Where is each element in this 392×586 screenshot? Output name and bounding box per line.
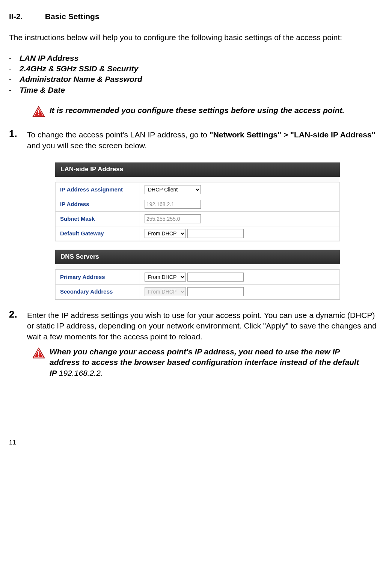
label-ip-address: IP Address xyxy=(56,197,140,212)
label-subnet-mask: Subnet Mask xyxy=(56,212,140,226)
section-heading: II-2. Basic Settings xyxy=(9,11,381,22)
dns-servers-panel: DNS Servers Primary Address From DHCP Se… xyxy=(55,250,340,300)
secondary-address-select[interactable]: From DHCP xyxy=(145,287,186,296)
alert-recommendation: It is recommended you configure these se… xyxy=(32,105,381,120)
svg-rect-6 xyxy=(38,351,39,355)
panel-header: DNS Servers xyxy=(55,250,340,264)
subnet-mask-input[interactable] xyxy=(145,214,201,223)
svg-rect-7 xyxy=(38,356,39,357)
alert-ip-change: When you change your access point's IP a… xyxy=(32,346,381,378)
label-ip-assignment: IP Address Assignment xyxy=(56,182,140,197)
warning-icon xyxy=(32,105,50,120)
bullet-list: -LAN IP Address -2.4GHz & 5GHz SSID & Se… xyxy=(9,53,381,95)
default-gateway-select[interactable]: From DHCP xyxy=(145,229,186,238)
lan-ip-panel: LAN-side IP Address IP Address Assignmen… xyxy=(55,162,340,241)
secondary-address-input[interactable] xyxy=(187,287,244,296)
bullet-item: Administrator Name & Password xyxy=(20,74,142,84)
label-default-gateway: Default Gateway xyxy=(56,226,140,241)
panel-header: LAN-side IP Address xyxy=(55,163,340,177)
ip-address-input[interactable] xyxy=(145,200,201,209)
label-primary-address: Primary Address xyxy=(56,270,140,284)
embedded-screenshot: LAN-side IP Address IP Address Assignmen… xyxy=(55,162,381,300)
intro-text: The instructions below will help you to … xyxy=(9,32,381,43)
default-gateway-input[interactable] xyxy=(187,229,244,238)
bullet-item: LAN IP Address xyxy=(20,53,78,63)
step-1: 1. To change the access point's LAN IP a… xyxy=(9,128,381,151)
bullet-item: Time & Date xyxy=(20,85,65,95)
section-number: II-2. xyxy=(9,11,43,22)
label-secondary-address: Secondary Address xyxy=(56,284,140,299)
step-number: 1. xyxy=(9,128,27,151)
step-2: 2. Enter the IP address settings you wis… xyxy=(9,309,381,342)
step-body: To change the access point's LAN IP addr… xyxy=(27,128,381,151)
ip-assignment-select[interactable]: DHCP Client xyxy=(145,185,201,194)
step-body: Enter the IP address settings you wish t… xyxy=(27,309,381,342)
section-title: Basic Settings xyxy=(45,12,100,21)
bullet-item: 2.4GHz & 5GHz SSID & Security xyxy=(20,63,138,74)
alert-text: It is recommended you configure these se… xyxy=(50,105,344,116)
svg-rect-3 xyxy=(38,114,39,115)
primary-address-input[interactable] xyxy=(187,273,244,282)
page-number: 11 xyxy=(9,438,381,447)
warning-icon xyxy=(32,346,50,361)
alert-text: When you change your access point's IP a… xyxy=(50,346,365,378)
step-number: 2. xyxy=(9,309,27,342)
svg-rect-2 xyxy=(38,110,39,113)
primary-address-select[interactable]: From DHCP xyxy=(145,273,186,282)
